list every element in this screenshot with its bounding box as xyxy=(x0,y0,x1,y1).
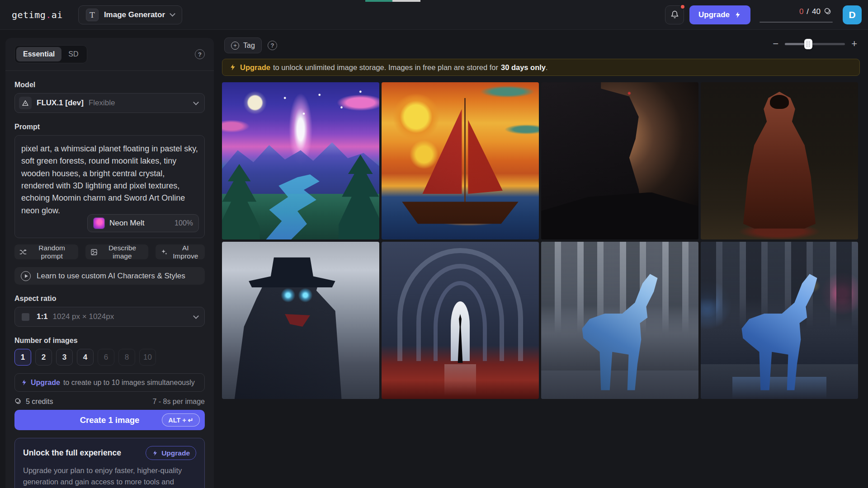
prompt-text: pixel art, a whimsical planet floating i… xyxy=(21,143,198,217)
notifications-button[interactable] xyxy=(665,5,684,24)
image-count-6: 6 xyxy=(98,349,114,366)
aspect-ratio-value: 1:1 xyxy=(37,312,48,321)
aspect-ratio-label: Aspect ratio xyxy=(14,295,205,303)
image-count-2[interactable]: 2 xyxy=(35,349,52,366)
random-prompt-button[interactable]: Random prompt xyxy=(14,244,78,259)
number-of-images-options: 1 2 3 4 6 8 10 xyxy=(14,349,205,366)
credits-used: 0 xyxy=(799,7,803,16)
mode-tabs-row: Essential SD ? xyxy=(14,45,205,63)
play-icon xyxy=(21,271,31,281)
style-name: Neon Melt xyxy=(109,219,144,228)
coins-icon xyxy=(14,398,23,406)
style-thumbnail xyxy=(93,217,105,229)
gallery-image-chrome-horse[interactable] xyxy=(541,242,698,399)
notification-dot xyxy=(680,4,685,9)
credits-total: 40 xyxy=(812,7,821,16)
describe-image-button[interactable]: Describe image xyxy=(85,244,148,259)
style-chip-neon-melt[interactable]: Neon Melt 100% xyxy=(87,214,199,232)
gallery-image-red-cloak[interactable] xyxy=(701,82,858,239)
image-count-3[interactable]: 3 xyxy=(56,349,73,366)
shuffle-icon xyxy=(19,249,27,256)
lightning-icon xyxy=(229,64,236,71)
credits-progress-bar xyxy=(760,22,833,23)
chevron-down-icon xyxy=(193,313,199,319)
flux-model-icon xyxy=(19,97,32,109)
brand-tld: ai xyxy=(52,9,63,20)
coins-icon xyxy=(824,7,833,16)
learn-custom-ai-label: Learn to use custom AI Characters & Styl… xyxy=(37,272,185,281)
image-count-1[interactable]: 1 xyxy=(14,349,31,366)
image-icon xyxy=(90,249,98,256)
bell-icon xyxy=(670,10,679,19)
gallery-image-neon-robot-horse[interactable] xyxy=(701,242,858,399)
zoom-slider-thumb[interactable] xyxy=(804,39,812,49)
upgrade-button-label: Upgrade xyxy=(698,10,730,19)
app-switcher-dropdown[interactable]: T Image Generator xyxy=(78,5,182,24)
banner-emphasis: 30 days only xyxy=(501,63,546,72)
describe-image-label: Describe image xyxy=(101,244,143,260)
storage-upgrade-banner[interactable]: Upgrade to unlock unlimited image storag… xyxy=(222,59,860,76)
app-switcher-label: Image Generator xyxy=(104,10,165,19)
upgrade-note-text: to create up to 10 images simultaneously xyxy=(63,379,195,387)
unlock-upgrade-label: Upgrade xyxy=(161,449,190,457)
lightning-icon xyxy=(152,450,158,456)
unlock-experience-panel: Unlock the full experience Upgrade Upgra… xyxy=(14,438,205,488)
divider xyxy=(5,70,214,71)
upgrade-simultaneous-note[interactable]: Upgrade to create up to 10 images simult… xyxy=(14,373,205,392)
top-loading-strip-teal xyxy=(365,0,392,2)
time-per-image: 7 - 8s per image xyxy=(152,398,205,406)
gallery-image-pixel-planet[interactable] xyxy=(222,82,379,239)
gallery-image-gothic-corridor[interactable] xyxy=(382,242,539,399)
gallery-help-icon[interactable]: ? xyxy=(268,41,277,50)
model-name: FLUX.1 [dev] xyxy=(37,99,84,108)
keyboard-shortcut-badge: ALT + ↵ xyxy=(162,413,200,427)
gallery-image-hooded-man[interactable] xyxy=(541,82,698,239)
lightning-icon xyxy=(734,11,741,19)
tab-sd[interactable]: SD xyxy=(61,47,85,61)
lightning-icon xyxy=(21,379,28,386)
hood-opening-art-layer xyxy=(770,95,789,109)
credits-cost: 5 credits xyxy=(26,398,53,406)
create-image-button[interactable]: Create 1 image ALT + ↵ xyxy=(14,410,205,430)
generation-info-row: 5 credits 7 - 8s per image xyxy=(14,398,205,406)
gallery-image-cowboy[interactable] xyxy=(222,242,379,399)
upgrade-button[interactable]: Upgrade xyxy=(689,5,750,24)
chevron-down-icon xyxy=(170,11,175,17)
zoom-out-button[interactable]: − xyxy=(773,39,778,49)
learn-custom-ai-button[interactable]: Learn to use custom AI Characters & Styl… xyxy=(14,267,205,285)
prompt-input[interactable]: pixel art, a whimsical planet floating i… xyxy=(14,135,205,238)
zoom-in-button[interactable]: + xyxy=(851,39,857,49)
gallery-image-red-sail-ship[interactable] xyxy=(382,82,539,239)
unlock-upgrade-button[interactable]: Upgrade xyxy=(146,446,196,460)
brand-logo[interactable]: getimg.ai xyxy=(12,9,63,20)
credits-usage-text: 0 / 40 xyxy=(799,7,833,16)
model-select[interactable]: FLUX.1 [dev] Flexible xyxy=(14,93,205,113)
avatar[interactable]: D xyxy=(843,5,862,24)
top-loading-strip-light xyxy=(392,0,420,2)
credits-usage[interactable]: 0 / 40 xyxy=(760,5,836,24)
ai-improve-button[interactable]: AI Improve xyxy=(156,244,205,259)
aspect-ratio-select[interactable]: 1:1 1024 px × 1024px xyxy=(14,307,205,327)
tag-button-label: Tag xyxy=(243,42,255,50)
model-variant: Flexible xyxy=(89,99,115,108)
image-count-4[interactable]: 4 xyxy=(77,349,94,366)
gallery-header: + Tag ? − + xyxy=(222,30,860,53)
tab-essential[interactable]: Essential xyxy=(16,47,61,61)
sidebar-help-icon[interactable]: ? xyxy=(195,49,205,59)
thumbnail-zoom-control: − + xyxy=(773,39,857,49)
glowing-glasses-art-layer xyxy=(222,242,379,399)
image-gallery-grid xyxy=(222,82,860,399)
app-window: getimg.ai T Image Generator Upgrade 0 / … xyxy=(0,0,868,488)
gallery-main: + Tag ? − + Upgrade to unlock unlimited … xyxy=(222,30,860,399)
banner-suffix: . xyxy=(546,63,548,72)
banner-text: to unlock unlimited image storage. Image… xyxy=(273,63,498,72)
unlock-panel-header: Unlock the full experience Upgrade xyxy=(23,446,196,460)
add-tag-button[interactable]: + Tag xyxy=(224,38,262,53)
image-count-8: 8 xyxy=(118,349,135,366)
mast-art-layer xyxy=(464,98,466,205)
topbar: getimg.ai T Image Generator Upgrade 0 / … xyxy=(0,0,868,30)
prompt-label: Prompt xyxy=(14,123,205,131)
wet-road-reflection-art-layer xyxy=(732,377,827,399)
zoom-slider[interactable] xyxy=(785,43,845,45)
upgrade-note-highlight: Upgrade xyxy=(31,379,60,387)
